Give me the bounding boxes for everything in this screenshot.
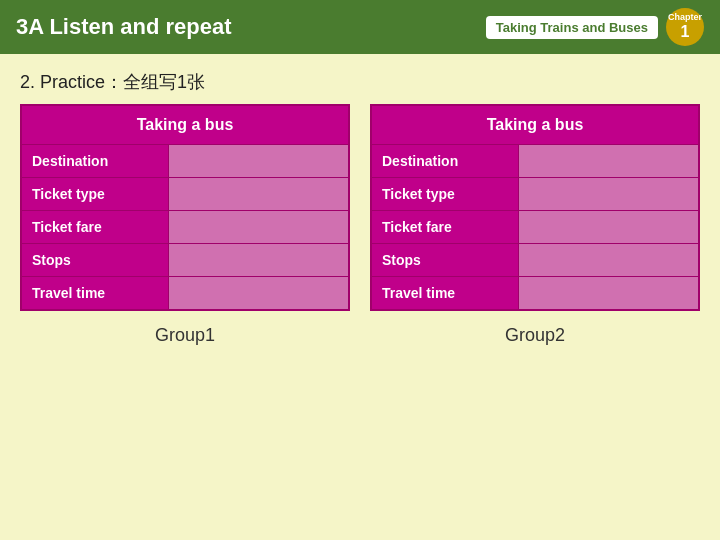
header-subtitle: Taking Trains and Buses xyxy=(486,16,658,39)
table-1-row-2-label: Ticket type xyxy=(21,178,169,211)
group-label-1: Group1 xyxy=(20,325,350,346)
table-row: Stops xyxy=(21,244,349,277)
table-2-row-4-value xyxy=(519,244,699,277)
table-1-row-2-value xyxy=(169,178,349,211)
table-row: Ticket type xyxy=(371,178,699,211)
header-title: 3A Listen and repeat xyxy=(16,14,232,40)
chapter-num: 1 xyxy=(681,23,690,41)
practice-label: 2. Practice：全组写1张 xyxy=(20,70,700,94)
table-group-1: Taking a busDestinationTicket typeTicket… xyxy=(20,104,350,346)
table-row: Ticket type xyxy=(21,178,349,211)
table-2-row-1-label: Destination xyxy=(371,145,519,178)
table-1-row-3-value xyxy=(169,211,349,244)
table-row: Destination xyxy=(371,145,699,178)
table-2-row-5-value xyxy=(519,277,699,311)
table-2-row-2-value xyxy=(519,178,699,211)
table-1-row-4-value xyxy=(169,244,349,277)
table-group-2: Taking a busDestinationTicket typeTicket… xyxy=(370,104,700,346)
table-1-header: Taking a bus xyxy=(21,105,349,145)
header-right: Taking Trains and Buses Chapter 1 xyxy=(486,8,704,46)
table-row: Travel time xyxy=(371,277,699,311)
table-2: Taking a busDestinationTicket typeTicket… xyxy=(370,104,700,311)
table-row: Travel time xyxy=(21,277,349,311)
table-1-row-1-value xyxy=(169,145,349,178)
table-1-row-5-value xyxy=(169,277,349,311)
chapter-badge: Chapter 1 xyxy=(666,8,704,46)
group-label-2: Group2 xyxy=(370,325,700,346)
table-2-row-5-label: Travel time xyxy=(371,277,519,311)
table-2-row-4-label: Stops xyxy=(371,244,519,277)
table-1: Taking a busDestinationTicket typeTicket… xyxy=(20,104,350,311)
table-row: Stops xyxy=(371,244,699,277)
table-2-row-3-value xyxy=(519,211,699,244)
table-row: Ticket fare xyxy=(21,211,349,244)
table-2-header: Taking a bus xyxy=(371,105,699,145)
table-row: Ticket fare xyxy=(371,211,699,244)
table-2-row-1-value xyxy=(519,145,699,178)
table-1-row-1-label: Destination xyxy=(21,145,169,178)
table-2-row-2-label: Ticket type xyxy=(371,178,519,211)
chapter-text: Chapter xyxy=(668,13,702,23)
table-1-row-5-label: Travel time xyxy=(21,277,169,311)
table-1-row-3-label: Ticket fare xyxy=(21,211,169,244)
table-1-row-4-label: Stops xyxy=(21,244,169,277)
header: 3A Listen and repeat Taking Trains and B… xyxy=(0,0,720,54)
table-row: Destination xyxy=(21,145,349,178)
table-2-row-3-label: Ticket fare xyxy=(371,211,519,244)
tables-container: Taking a busDestinationTicket typeTicket… xyxy=(20,104,700,346)
